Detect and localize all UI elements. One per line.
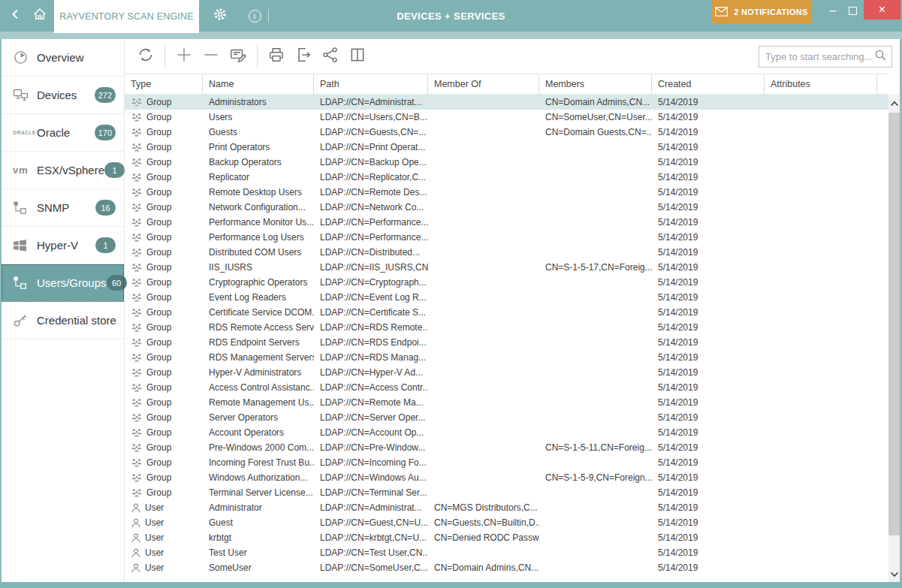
table-row[interactable]: Group IIS_IUSRS LDAP://CN=IIS_IUSRS,CN..… [125,260,888,275]
info-button[interactable]: i [242,0,267,32]
row-member-of [428,440,539,455]
column-header-name[interactable]: Name [203,74,314,94]
sidebar-item-credential-store[interactable]: Credential store [2,302,124,339]
table-row[interactable]: User krbtgt LDAP://CN=krbtgt,CN=U... CN=… [125,530,888,545]
table-row[interactable]: Group Distributed COM Users LDAP://CN=Di… [125,245,888,260]
search-input[interactable] [765,51,874,62]
column-header-type[interactable]: Type [125,74,203,94]
row-created: 5/14/2019 [652,140,765,155]
close-button[interactable]: × [864,0,900,20]
sidebar-item-hyper-v[interactable]: Hyper-V 1 [2,227,124,264]
scroll-down-button[interactable] [888,565,900,582]
table-row[interactable]: Group Network Configuration... LDAP://CN… [125,200,888,215]
table-row[interactable]: Group Certificate Service DCOM... LDAP:/… [125,305,888,320]
table-row[interactable]: Group Print Operators LDAP://CN=Print Op… [125,140,888,155]
row-members [539,245,652,260]
row-name: Administrator [203,500,314,515]
table-row[interactable]: User Guest LDAP://CN=Guest,CN=U... CN=Gu… [125,515,888,530]
table-row[interactable]: Group Access Control Assistanc... LDAP:/… [125,380,888,395]
sidebar-item-oracle[interactable]: ORACLE Oracle 170 [2,114,124,152]
row-name: Cryptographic Operators [203,275,314,290]
row-attributes [765,290,877,305]
window-border-bottom [0,582,902,588]
column-header-members[interactable]: Members [539,74,652,94]
sidebar-item-users-groups[interactable]: Users/Groups 60 [2,264,124,302]
maximize-button[interactable] [844,2,861,20]
table-row[interactable]: Group RDS Endpoint Servers LDAP://CN=RDS… [125,335,888,350]
sidebar-item-overview[interactable]: Overview [2,39,124,77]
row-members [539,380,652,395]
table-row[interactable]: Group Account Operators LDAP://CN=Accoun… [125,425,888,440]
home-button[interactable] [27,0,53,32]
row-attributes [765,470,877,485]
table-row[interactable]: Group Replicator LDAP://CN=Replicator,C.… [125,170,888,185]
table-row[interactable]: Group Guests LDAP://CN=Guests,CN=... CN=… [125,125,888,140]
row-members [539,290,652,305]
table-row[interactable]: Group Backup Operators LDAP://CN=Backup … [125,155,888,170]
refresh-button[interactable] [132,44,159,68]
table-row[interactable]: Group Server Operators LDAP://CN=Server … [125,410,888,425]
group-icon [131,427,143,439]
row-attributes [765,215,877,230]
group-icon [131,457,143,469]
table-row[interactable]: Group Performance Monitor Us... LDAP://C… [125,215,888,230]
group-icon [131,97,143,108]
table-row[interactable]: Group Remote Desktop Users LDAP://CN=Rem… [125,185,888,200]
sidebar-item-esx-vsphere[interactable]: vm ESX/vSphere 1 [2,152,124,189]
sidebar-item-snmp[interactable]: SNMP 16 [2,189,124,227]
table-row[interactable]: Group Administrators LDAP://CN=Administr… [125,95,888,110]
table-row[interactable]: Group Cryptographic Operators LDAP://CN=… [125,275,888,290]
info-icon: i [249,10,261,23]
edit-button[interactable] [225,44,252,68]
table-row[interactable]: Group Remote Management Us... LDAP://CN=… [125,395,888,410]
minimize-button[interactable]: – [825,2,841,20]
settings-button[interactable] [207,0,233,32]
row-attributes [765,335,877,350]
sidebar-item-devices[interactable]: Devices 272 [2,77,124,114]
table-row[interactable]: Group Performance Log Users LDAP://CN=Pe… [125,230,888,245]
row-attributes [765,455,877,470]
tab-rayventory-scan-engine[interactable]: RAYVENTORY SCAN ENGINE [54,0,199,33]
columns-view-button[interactable] [344,44,371,68]
minus-icon [203,47,219,66]
table-row[interactable]: Group Hyper-V Administrators LDAP://CN=H… [125,365,888,380]
share-button[interactable] [317,44,344,68]
column-header-created[interactable]: Created [652,74,765,94]
table-row[interactable]: Group Incoming Forest Trust Bu... LDAP:/… [125,455,888,470]
table-row[interactable]: User SomeUser LDAP://CN=SomeUser,C... CN… [125,560,888,575]
table-body: Group Administrators LDAP://CN=Administr… [125,95,888,582]
group-icon [131,307,143,318]
row-type: Group [146,277,171,288]
scrollbar-thumb[interactable] [888,113,900,535]
sidebar-item-label: Users/Groups [37,276,107,289]
notifications-button[interactable]: 2 NOTIFICATIONS [712,0,811,24]
column-header-member-of[interactable]: Member Of [428,74,539,94]
print-button[interactable] [263,44,290,68]
row-member-of [428,485,539,500]
row-created: 5/14/2019 [652,260,765,275]
user-icon [131,562,141,574]
row-path: LDAP://CN=Account Op... [314,425,428,440]
column-header-attributes[interactable]: Attributes [765,74,877,94]
table-row[interactable]: User Test User LDAP://CN=Test User,CN...… [125,545,888,560]
row-members [539,305,652,320]
export-button[interactable] [290,44,317,68]
table-row[interactable]: Group Terminal Server License... LDAP://… [125,485,888,500]
vertical-scrollbar[interactable] [888,95,900,582]
table-row[interactable]: Group Event Log Readers LDAP://CN=Event … [125,290,888,305]
table-row[interactable]: Group Windows Authorization... LDAP://CN… [125,470,888,485]
row-created: 5/14/2019 [652,500,765,515]
remove-button[interactable] [198,44,225,68]
table-row[interactable]: Group RDS Remote Access Serv... LDAP://C… [125,320,888,335]
table-row[interactable]: Group Pre-Windows 2000 Com... LDAP://CN=… [125,440,888,455]
row-created: 5/14/2019 [652,350,765,365]
back-button[interactable] [3,0,29,32]
scroll-up-button[interactable] [888,95,900,111]
table-row[interactable]: User Administrator LDAP://CN=Administrat… [125,500,888,515]
table-row[interactable]: Group Users LDAP://CN=Users,CN=B... CN=S… [125,110,888,125]
row-attributes [765,425,877,440]
column-header-path[interactable]: Path [314,74,428,94]
row-created: 5/14/2019 [652,275,765,290]
add-button[interactable] [170,44,198,68]
table-row[interactable]: Group RDS Management Servers LDAP://CN=R… [125,350,888,365]
